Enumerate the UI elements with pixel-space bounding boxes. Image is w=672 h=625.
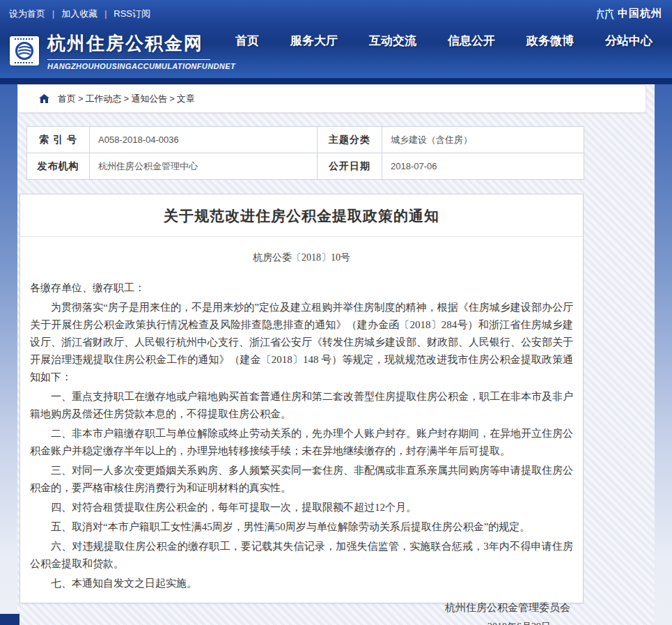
paragraph-item-6: 六、对违规提取住房公积金的缴存职工，要记载其失信记录，加强失信监管，实施联合惩戒…: [30, 538, 573, 573]
signature: 杭州住房公积金管理委员会: [20, 601, 583, 615]
brandbar: 杭州住房公积金网 HANGZHOUHOUSINGACCUMULATIONFUND…: [0, 23, 672, 78]
topic-category-value: 城乡建设（含住房）: [382, 127, 584, 153]
signature-date: 2018年6月29日: [20, 621, 583, 625]
paragraph-item-2: 二、非本市户籍缴存职工与单位解除或终止劳动关系的，先办理个人账户封存。账户封存期…: [30, 425, 573, 460]
china-hangzhou-logo-icon: [596, 8, 614, 20]
document-meta-table: 索 引 号 A058-2018-04-0036 主题分类 城乡建设（含住房） 发…: [26, 126, 584, 180]
site-title-block: 杭州住房公积金网 HANGZHOUHOUSINGACCUMULATIONFUND…: [47, 31, 235, 70]
index-number-value: A058-2018-04-0036: [90, 127, 318, 153]
site-header: 设为首页 | 加入收藏 | RSS订阅 中国杭州: [0, 0, 672, 78]
nav-item-branch-center[interactable]: 分站中心: [605, 33, 653, 49]
paragraph-intro: 为贯彻落实“房子是用来住的，不是用来炒的”定位及建立租购并举住房制度的精神，根据…: [30, 299, 573, 386]
breadcrumb-item-work-trends[interactable]: 工作动态: [86, 93, 122, 105]
paragraph-item-5: 五、取消对“本市户籍职工女性满45周岁，男性满50周岁与单位解除劳动关系后提取住…: [30, 518, 573, 536]
table-row: 发布机构 杭州住房公积金管理中心 公开日期 2018-07-06: [27, 153, 584, 180]
index-number-label: 索 引 号: [27, 127, 90, 153]
breadcrumb: 首页 > 工作动态 > 通知公告 > 文章: [17, 84, 646, 113]
breadcrumb-separator: >: [124, 93, 130, 104]
nav-item-interaction[interactable]: 互动交流: [369, 33, 416, 49]
table-row: 索 引 号 A058-2018-04-0036 主题分类 城乡建设（含住房）: [27, 127, 584, 153]
topbar-separator: |: [52, 9, 54, 19]
topbar-separator: |: [104, 9, 107, 19]
breadcrumb-separator: >: [169, 93, 175, 104]
header-divider-strip: [0, 78, 672, 84]
publish-date-value: 2018-07-06: [382, 153, 584, 180]
site-title[interactable]: 杭州住房公积金网: [47, 31, 210, 60]
right-side-band: [655, 84, 672, 625]
issuing-agency-value: 杭州住房公积金管理中心: [90, 153, 318, 180]
salutation: 各缴存单位、缴存职工：: [30, 279, 573, 297]
bottom-left-footer-block: [0, 614, 19, 625]
nav-item-gov-weibo[interactable]: 政务微博: [526, 33, 574, 49]
set-homepage-link[interactable]: 设为首页: [9, 8, 45, 20]
document-number: 杭房公委〔2018〕10号: [20, 252, 583, 264]
breadcrumb-item-article: 文章: [177, 93, 195, 105]
site-subtitle: HANGZHOUHOUSINGACCUMULATIONFUNDNET: [47, 62, 235, 70]
city-brand-label: 中国杭州: [618, 7, 662, 20]
main-area: 首页 > 工作动态 > 通知公告 > 文章 索 引 号 A058-2018-04…: [0, 84, 672, 625]
rss-subscribe-link[interactable]: RSS订阅: [114, 8, 150, 20]
nav-item-service-hall[interactable]: 服务大厅: [290, 33, 338, 49]
content-area: 首页 > 工作动态 > 通知公告 > 文章 索 引 号 A058-2018-04…: [17, 84, 655, 625]
add-favorites-link[interactable]: 加入收藏: [61, 8, 97, 20]
issuing-agency-label: 发布机构: [27, 153, 90, 180]
left-side-band: [0, 84, 17, 625]
home-icon[interactable]: [39, 94, 49, 103]
article-body: 各缴存单位、缴存职工： 为贯彻落实“房子是用来住的，不是用来炒的”定位及建立租购…: [20, 279, 583, 592]
article-panel: 关于规范改进住房公积金提取政策的通知 杭房公委〔2018〕10号 各缴存单位、缴…: [19, 194, 584, 603]
topic-category-label: 主题分类: [318, 127, 382, 153]
breadcrumb-separator: >: [78, 93, 84, 104]
nav-item-home[interactable]: 首页: [235, 33, 259, 49]
site-logo-icon[interactable]: [10, 36, 39, 65]
publish-date-label: 公开日期: [318, 153, 382, 180]
paragraph-item-7: 七、本通知自发文之日起实施。: [30, 575, 573, 592]
breadcrumb-item-notices[interactable]: 通知公告: [131, 93, 167, 105]
paragraph-item-1: 一、重点支持职工在缴存地或户籍地购买首套普通住房和第二套改善型住房提取住房公积金…: [30, 388, 573, 423]
title-divider: [20, 236, 583, 237]
paragraph-item-4: 四、对符合租赁提取住房公积金的，每年可提取一次，提取限额不超过12个月。: [30, 499, 573, 516]
topbar: 设为首页 | 加入收藏 | RSS订阅 中国杭州: [0, 0, 672, 23]
main-nav: 首页 服务大厅 互动交流 信息公开 政务微博 分站中心: [235, 33, 672, 49]
city-brand[interactable]: 中国杭州: [596, 7, 662, 20]
breadcrumb-item-home[interactable]: 首页: [58, 93, 76, 105]
article-title: 关于规范改进住房公积金提取政策的通知: [29, 206, 575, 226]
paragraph-item-3: 三、对同一人多次变更婚姻关系购房、多人频繁买卖同一套住房、非配偶或非直系亲属共同…: [30, 462, 573, 497]
nav-item-info-disclosure[interactable]: 信息公开: [448, 33, 495, 49]
